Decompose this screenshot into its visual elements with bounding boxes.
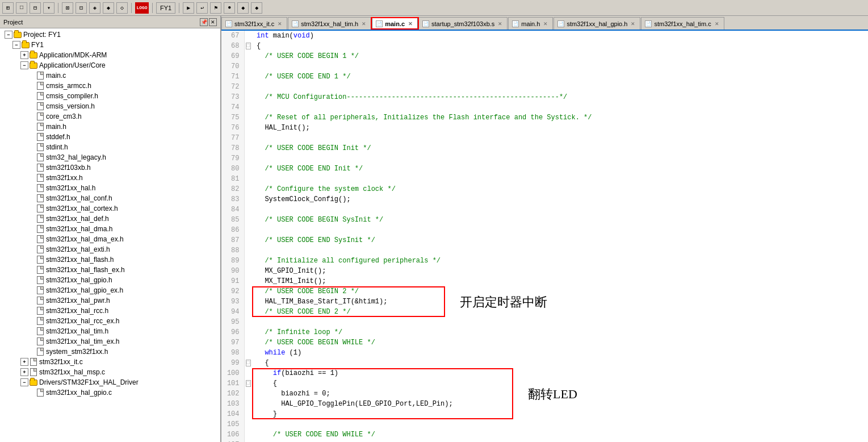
tree-item-stm32f1xx-hal-tim-ex[interactable]: stm32f1xx_hal_tim_ex.h bbox=[0, 336, 220, 347]
tree-item-stm32f1xx-hal-exti[interactable]: stm32f1xx_hal_exti.h bbox=[0, 244, 220, 255]
project-tree[interactable]: − Project: FY1 − FY1 + Application/MDK-A… bbox=[0, 28, 220, 442]
tree-item-stm32f1xx-hal-gpio-c[interactable]: stm32f1xx_hal_gpio.c bbox=[0, 387, 220, 398]
tab-file-icon-7: 📄 bbox=[645, 20, 652, 27]
tree-item-drivers[interactable]: − Drivers/STM32F1xx_HAL_Driver bbox=[0, 377, 220, 387]
tab-close-1[interactable]: ✕ bbox=[276, 20, 283, 27]
tab-stm32f1xx-hal-gpio-h[interactable]: 📄 stm32f1xx_hal_gpio.h ✕ bbox=[553, 17, 640, 30]
tree-item-stm32f1xx-hal-flash[interactable]: stm32f1xx_hal_flash.h bbox=[0, 255, 220, 265]
tab-close-4[interactable]: ✕ bbox=[497, 20, 504, 27]
line-code: if(biaozhi == 1) bbox=[252, 368, 868, 378]
tree-item-cmsis-version[interactable]: cmsis_version.h bbox=[0, 101, 220, 111]
tree-item-stddef[interactable]: stddef.h bbox=[0, 132, 220, 142]
tree-item-stm32f1xx-hal-pwr[interactable]: stm32f1xx_hal_pwr.h bbox=[0, 295, 220, 306]
tree-item-main-c[interactable]: main.c bbox=[0, 70, 220, 81]
line-expand-btn[interactable]: □ bbox=[244, 358, 252, 368]
tab-close-2[interactable]: ✕ bbox=[360, 20, 367, 27]
tab-startup[interactable]: 📄 startup_stm32f103xb.s ✕ bbox=[418, 17, 508, 30]
line-expand-btn bbox=[244, 82, 252, 92]
tree-item-stm32f1xx-hal-conf[interactable]: stm32f1xx_hal_conf.h bbox=[0, 193, 220, 203]
project-panel-pin-btn[interactable]: 📌 bbox=[200, 18, 208, 26]
toolbar-icon-11[interactable]: ⚑ bbox=[210, 2, 221, 14]
toolbar-icon-6[interactable]: ◈ bbox=[89, 2, 100, 14]
table-row: 89 /* Initialize all configured peripher… bbox=[221, 256, 868, 266]
expand-stm32f1xx-it[interactable]: + bbox=[20, 358, 28, 366]
tree-item-main-h[interactable]: main.h bbox=[0, 122, 220, 132]
line-number: 96 bbox=[221, 327, 244, 337]
tab-label-1: stm32f1xx_it.c bbox=[234, 20, 274, 27]
expand-drivers[interactable]: − bbox=[20, 378, 28, 386]
tree-label-stm32f103xb: stm32f103xb.h bbox=[46, 164, 91, 172]
tab-stm32f1xx-hal-tim-c[interactable]: 📄 stm32f1xx_hal_tim.c ✕ bbox=[641, 17, 724, 30]
expand-stm32f1xx-hal-msp[interactable]: + bbox=[20, 368, 28, 376]
toolbar-icon-12[interactable]: ● bbox=[224, 2, 235, 14]
tab-main-c[interactable]: 📄 main.c ✕ bbox=[372, 17, 418, 30]
tab-close-3[interactable]: ✕ bbox=[407, 20, 414, 27]
toolbar-icon-3[interactable]: ⊟ bbox=[30, 2, 41, 14]
line-expand-btn bbox=[244, 389, 252, 399]
tab-close-6[interactable]: ✕ bbox=[630, 20, 636, 27]
tree-label-root: Project: FY1 bbox=[23, 31, 61, 39]
tab-stm32f1xx-it[interactable]: 📄 stm32f1xx_it.c ✕ bbox=[221, 17, 287, 30]
tree-item-stm32f1xx-hal-flash-ex[interactable]: stm32f1xx_hal_flash_ex.h bbox=[0, 265, 220, 275]
expand-user-core[interactable]: − bbox=[20, 61, 28, 69]
toolbar-icon-4[interactable]: ⊠ bbox=[62, 2, 73, 14]
tree-item-system-stm32f1xx[interactable]: system_stm32f1xx.h bbox=[0, 347, 220, 357]
tree-item-fy1[interactable]: − FY1 bbox=[0, 40, 220, 50]
tab-close-7[interactable]: ✕ bbox=[714, 20, 720, 27]
toolbar-icon-1[interactable]: ⊞ bbox=[2, 2, 14, 14]
tree-item-stm32f1xx-hal-def[interactable]: stm32f1xx_hal_def.h bbox=[0, 214, 220, 224]
toolbar-icon-dropdown[interactable]: ▾ bbox=[43, 2, 54, 14]
toolbar-icon-5[interactable]: ⊡ bbox=[76, 2, 87, 14]
tree-item-stm32-hal-legacy[interactable]: stm32_hal_legacy.h bbox=[0, 152, 220, 162]
line-number: 97 bbox=[221, 337, 244, 348]
tree-item-stm32f103xb[interactable]: stm32f103xb.h bbox=[0, 162, 220, 173]
line-number: 79 bbox=[221, 153, 244, 164]
toolbar-icon-14[interactable]: ◆ bbox=[251, 2, 262, 14]
line-number: 100 bbox=[221, 368, 244, 378]
tree-item-stm32f1xx-hal-gpio[interactable]: stm32f1xx_hal_gpio.h bbox=[0, 275, 220, 285]
line-expand-btn[interactable]: □ bbox=[244, 41, 252, 51]
code-area[interactable]: 67int main(void)68□{69 /* USER CODE BEGI… bbox=[221, 31, 868, 442]
tab-close-5[interactable]: ✕ bbox=[542, 20, 549, 27]
table-row: 72 bbox=[221, 82, 868, 92]
tree-item-cmsis-armcc[interactable]: cmsis_armcc.h bbox=[0, 81, 220, 91]
tree-item-stm32f1xx-hal-cortex[interactable]: stm32f1xx_hal_cortex.h bbox=[0, 203, 220, 214]
tree-item-stm32f1xx-hal-rcc[interactable]: stm32f1xx_hal_rcc.h bbox=[0, 306, 220, 316]
tree-item-stm32f1xx[interactable]: stm32f1xx.h bbox=[0, 173, 220, 183]
project-panel-close-btn[interactable]: ✕ bbox=[209, 18, 217, 26]
tab-stm32f1xx-hal-tim-h[interactable]: 📄 stm32f1xx_hal_tim.h ✕ bbox=[288, 17, 371, 30]
expand-mdk-arm[interactable]: + bbox=[20, 51, 28, 59]
tree-item-stm32f1xx-hal-dma[interactable]: stm32f1xx_hal_dma.h bbox=[0, 224, 220, 234]
file-icon-stm32-hal-legacy bbox=[36, 153, 44, 161]
tab-main-h[interactable]: 📄 main.h ✕ bbox=[508, 17, 553, 30]
tab-file-icon-6: 📄 bbox=[557, 20, 564, 27]
table-row: 67int main(void) bbox=[221, 31, 868, 41]
file-icon-stm32f1xx-hal-gpio-ex bbox=[36, 286, 44, 294]
tree-item-stdint[interactable]: stdint.h bbox=[0, 142, 220, 152]
toolbar-icon-2[interactable]: □ bbox=[16, 2, 27, 14]
tree-item-cmsis-compiler[interactable]: cmsis_compiler.h bbox=[0, 91, 220, 101]
toolbar-icon-9[interactable]: ▶ bbox=[183, 2, 194, 14]
expand-fy1[interactable]: − bbox=[12, 41, 20, 49]
tree-item-user-core[interactable]: − Application/User/Core bbox=[0, 60, 220, 70]
toolbar-icon-8[interactable]: ◇ bbox=[116, 2, 128, 14]
toolbar-icon-7[interactable]: ◆ bbox=[103, 2, 114, 14]
tree-item-stm32f1xx-hal-msp[interactable]: + stm32f1xx_hal_msp.c bbox=[0, 367, 220, 377]
tree-item-core-cm3[interactable]: core_cm3.h bbox=[0, 111, 220, 122]
line-expand-btn bbox=[244, 245, 252, 256]
tab-label-5: main.h bbox=[521, 20, 540, 27]
tree-item-stm32f1xx-it[interactable]: + stm32f1xx_it.c bbox=[0, 357, 220, 367]
tree-item-stm32f1xx-hal[interactable]: stm32f1xx_hal.h bbox=[0, 183, 220, 193]
tree-item-mdk-arm[interactable]: + Application/MDK-ARM bbox=[0, 50, 220, 60]
tree-item-stm32f1xx-hal-dma-ex[interactable]: stm32f1xx_hal_dma_ex.h bbox=[0, 234, 220, 244]
tree-item-root[interactable]: − Project: FY1 bbox=[0, 30, 220, 40]
tree-item-stm32f1xx-hal-tim[interactable]: stm32f1xx_hal_tim.h bbox=[0, 326, 220, 336]
tree-item-stm32f1xx-hal-gpio-ex[interactable]: stm32f1xx_hal_gpio_ex.h bbox=[0, 285, 220, 295]
tree-label-core-cm3: core_cm3.h bbox=[46, 112, 82, 120]
toolbar-icon-13[interactable]: ◆ bbox=[237, 2, 249, 14]
line-number: 94 bbox=[221, 307, 244, 317]
toolbar-icon-10[interactable]: ↩ bbox=[196, 2, 208, 14]
tree-item-stm32f1xx-hal-rcc-ex[interactable]: stm32f1xx_hal_rcc_ex.h bbox=[0, 316, 220, 326]
line-expand-btn[interactable]: □ bbox=[244, 378, 252, 389]
expand-root[interactable]: − bbox=[5, 31, 12, 39]
